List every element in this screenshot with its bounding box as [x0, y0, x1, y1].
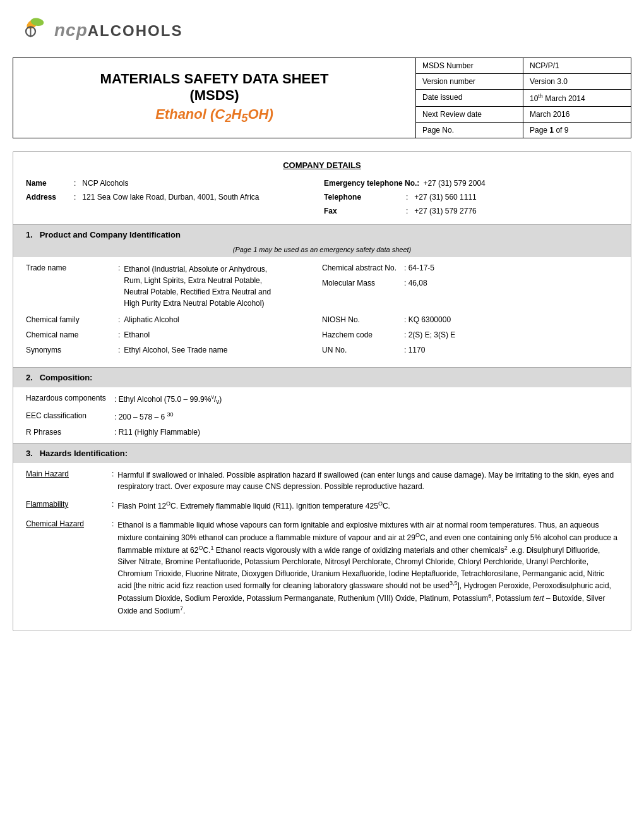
title-info-table: MSDS Number NCP/P/1 Version number Versi… — [416, 58, 631, 138]
emergency-value: +27 (31) 579 2004 — [423, 179, 485, 188]
section1: 1. Product and Company Identification (P… — [13, 225, 631, 368]
hazchem-value: : 2(S) E; 3(S) E — [404, 330, 455, 339]
molecular-mass-value: : 46,08 — [404, 279, 427, 287]
trade-name-label: Trade name — [26, 263, 114, 272]
header: ncpALCOHOLS — [13, 13, 631, 47]
molecular-mass-label: Molecular Mass — [322, 279, 404, 287]
info-row-msds-number: MSDS Number NCP/P/1 — [416, 58, 631, 74]
chemical-abstract-value: : 64-17-5 — [404, 263, 434, 272]
eec-label: EEC classification — [26, 411, 114, 420]
company-section-title: COMPANY DETAILS — [26, 160, 618, 170]
section2-title: Composition: — [40, 373, 93, 382]
fax-field: Fax : +27 (31) 579 2776 — [324, 207, 618, 215]
chemical-abstract-field: Chemical abstract No. : 64-17-5 — [322, 263, 434, 272]
title-chemical: Ethanol (C2H5OH) — [155, 106, 273, 125]
section3-header: 3. Hazards Identification: — [13, 444, 631, 463]
logo-area: ncpALCOHOLS — [13, 13, 182, 47]
company-left: Name : NCP Alcohols Address : 121 Sea Co… — [26, 179, 320, 215]
trade-name-left: Trade name : Ethanol (Industrial, Absolu… — [26, 263, 322, 309]
niosh-value: : KQ 6300000 — [404, 315, 451, 324]
chemical-name-label: Chemical name — [26, 330, 114, 339]
section1-body: Trade name : Ethanol (Industrial, Absolu… — [13, 257, 631, 367]
title-main: MATERIALS SAFETY DATA SHEET — [100, 71, 329, 87]
chemical-family-row: Chemical family : Aliphatic Alcohol NIOS… — [26, 315, 618, 324]
info-row-version: Version number Version 3.0 — [416, 74, 631, 90]
chemical-family-label: Chemical family — [26, 315, 114, 324]
telephone-value: +27 (31) 560 1111 — [414, 193, 476, 202]
msds-number-value: NCP/P/1 — [523, 58, 631, 73]
trade-name-value: Ethanol (Industrial, Absolute or Anhydro… — [124, 263, 322, 309]
niosh-field: NIOSH No. : KQ 6300000 — [322, 315, 618, 324]
title-section: MATERIALS SAFETY DATA SHEET (MSDS) Ethan… — [13, 57, 631, 138]
r-phrases-value: : R11 (Highly Flammable) — [114, 428, 200, 437]
company-address-field: Address : 121 Sea Cow lake Road, Durban,… — [26, 193, 320, 202]
review-value: March 2016 — [523, 107, 631, 122]
r-phrases-label: R Phrases — [26, 428, 114, 437]
section2: 2. Composition: Hazardous components : E… — [13, 368, 631, 444]
chemical-hazard-value: Ethanol is a flammable liquid whose vapo… — [117, 519, 618, 617]
section2-header: 2. Composition: — [13, 368, 631, 387]
trade-name-row: Trade name : Ethanol (Industrial, Absolu… — [26, 263, 618, 309]
info-row-page: Page No. Page 1 of 9 — [416, 123, 631, 138]
chemical-hazard-label: Chemical Hazard — [26, 519, 108, 528]
version-label: Version number — [416, 74, 523, 89]
un-value: : 1170 — [404, 346, 425, 354]
hazchem-label: Hazchem code — [322, 330, 404, 339]
section3-body: Main Hazard : Harmful if swallowed or in… — [13, 463, 631, 631]
section2-body: Hazardous components : Ethyl Alcohol (75… — [13, 387, 631, 443]
address-label: Address — [26, 193, 70, 202]
niosh-label: NIOSH No. — [322, 315, 404, 324]
hazardous-label: Hazardous components — [26, 394, 114, 402]
telephone-field: Telephone : +27 (31) 560 1111 — [324, 193, 618, 202]
synonyms-value: Ethyl Alcohol, See Trade name — [124, 346, 227, 354]
name-label: Name — [26, 179, 70, 188]
hazchem-field: Hazchem code : 2(S) E; 3(S) E — [322, 330, 618, 339]
synonyms-label: Synonyms — [26, 346, 114, 354]
eec-value: : 200 – 578 – 6 30 — [114, 411, 173, 421]
main-hazard-row: Main Hazard : Harmful if swallowed or in… — [26, 469, 618, 492]
version-value: Version 3.0 — [523, 74, 631, 89]
section3: 3. Hazards Identification: Main Hazard :… — [13, 444, 631, 631]
review-label: Next Review date — [416, 107, 523, 122]
flammability-label: Flammability — [26, 500, 108, 509]
hazardous-value: : Ethyl Alcohol (75.0 – 99.9%v/v) — [114, 394, 222, 405]
logo-text-ncp: ncpALCOHOLS — [54, 20, 182, 40]
flammability-value: Flash Point 12OC. Extremely flammable li… — [117, 500, 618, 512]
section2-number: 2. — [26, 373, 33, 382]
hazardous-row: Hazardous components : Ethyl Alcohol (75… — [26, 394, 618, 405]
fax-label: Fax — [324, 207, 400, 215]
main-hazard-value: Harmful if swallowed or inhaled. Possibl… — [117, 469, 618, 492]
section3-number: 3. — [26, 449, 33, 458]
logo-icon — [13, 13, 51, 47]
trade-name-right: Chemical abstract No. : 64-17-5 Molecula… — [322, 263, 618, 287]
address-value: 121 Sea Cow lake Road, Durban, 4001, Sou… — [82, 193, 259, 202]
name-value: NCP Alcohols — [82, 179, 128, 188]
date-label: Date issued — [416, 90, 523, 106]
fax-value: +27 (31) 579 2776 — [414, 207, 476, 215]
title-left: MATERIALS SAFETY DATA SHEET (MSDS) Ethan… — [13, 58, 416, 138]
main-hazard-label: Main Hazard — [26, 469, 108, 478]
flammability-row: Flammability : Flash Point 12OC. Extreme… — [26, 500, 618, 512]
info-row-date: Date issued 10th March 2014 — [416, 90, 631, 107]
un-field: UN No. : 1170 — [322, 346, 618, 354]
chemical-name-left: Chemical name : Ethanol — [26, 330, 322, 339]
chemical-name-value: Ethanol — [124, 330, 150, 339]
synonyms-left: Synonyms : Ethyl Alcohol, See Trade name — [26, 346, 322, 354]
chemical-name-row: Chemical name : Ethanol Hazchem code : 2… — [26, 330, 618, 339]
synonyms-row: Synonyms : Ethyl Alcohol, See Trade name… — [26, 346, 618, 354]
page-label: Page No. — [416, 123, 523, 138]
telephone-label: Telephone — [324, 193, 400, 202]
eec-row: EEC classification : 200 – 578 – 6 30 — [26, 411, 618, 421]
msds-number-label: MSDS Number — [416, 58, 523, 73]
page-value: Page 1 of 9 — [523, 123, 631, 138]
title-msds: (MSDS) — [189, 87, 239, 104]
company-grid: Name : NCP Alcohols Address : 121 Sea Co… — [26, 179, 618, 215]
company-right: Emergency telephone No.: +27 (31) 579 20… — [324, 179, 618, 215]
chemical-family-value: Aliphatic Alcohol — [124, 315, 179, 324]
section1-header: 1. Product and Company Identification — [13, 225, 631, 245]
info-row-review: Next Review date March 2016 — [416, 107, 631, 123]
r-phrases-row: R Phrases : R11 (Highly Flammable) — [26, 428, 618, 437]
company-section: COMPANY DETAILS Name : NCP Alcohols Addr… — [13, 152, 631, 225]
chemical-hazard-row: Chemical Hazard : Ethanol is a flammable… — [26, 519, 618, 617]
date-value: 10th March 2014 — [523, 90, 631, 106]
